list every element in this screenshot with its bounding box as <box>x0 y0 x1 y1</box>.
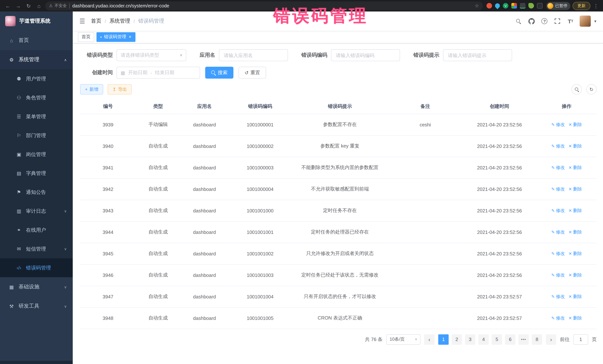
delete-button[interactable]: ✕删除 <box>568 315 582 321</box>
user-icon: ⚉ <box>16 76 22 82</box>
caret-down-icon[interactable]: ▾ <box>594 19 596 23</box>
edit-button[interactable]: ✎修改 <box>551 315 565 321</box>
delete-button[interactable]: ✕删除 <box>568 293 582 300</box>
browser-home-icon[interactable]: ⌂ <box>35 2 43 10</box>
breadcrumb-item-system[interactable]: 系统管理 <box>109 18 130 24</box>
app-logo[interactable]: 芋道管理系统 <box>0 11 73 31</box>
edit-button[interactable]: ✎修改 <box>551 207 565 214</box>
bookmark-star-icon[interactable]: ☆ <box>475 3 479 9</box>
error-code-input[interactable] <box>331 49 400 61</box>
edit-button[interactable]: ✎修改 <box>551 186 565 192</box>
edit-button[interactable]: ✎修改 <box>551 229 565 235</box>
delete-button[interactable]: ✕删除 <box>568 250 582 257</box>
sidebar-item-sms-management[interactable]: ✉短信管理∨ <box>0 240 73 258</box>
delete-button[interactable]: ✕删除 <box>568 186 582 192</box>
extension-icon-green-v[interactable]: V <box>503 3 508 9</box>
edit-button[interactable]: ✎修改 <box>551 143 565 149</box>
sidebar-item-error-code-management[interactable]: ‹/›错误码管理 <box>0 258 73 277</box>
breadcrumb-item-home[interactable]: 首页 <box>91 18 102 24</box>
sidebar-item-infrastructure[interactable]: ▦基础设施∨ <box>0 277 73 297</box>
sidebar-item-post-management[interactable]: ▣岗位管理 <box>0 145 73 164</box>
edit-button[interactable]: ✎修改 <box>551 293 565 300</box>
security-warning[interactable]: ⚠ 不安全 <box>49 3 67 9</box>
extension-icon-green-leaf[interactable] <box>528 3 534 9</box>
page-ellipsis: ••• <box>518 334 529 344</box>
address-bar[interactable]: ⚠ 不安全 dashboard.yudao.iocoder.cn/system/… <box>45 1 483 10</box>
toggle-search-button[interactable] <box>571 84 582 95</box>
page-button-4[interactable]: 4 <box>478 334 489 344</box>
extensions-puzzle-icon[interactable] <box>537 3 543 9</box>
error-hint-input[interactable] <box>443 49 512 61</box>
extension-icon-red[interactable] <box>487 3 492 9</box>
delete-button[interactable]: ✕删除 <box>568 121 582 128</box>
page-size-select[interactable]: 10条/页 ▾ <box>386 334 420 344</box>
cell-remark <box>388 135 462 157</box>
sidebar-item-user-management[interactable]: ⚉用户管理 <box>0 69 73 88</box>
browser-menu-icon[interactable]: ⋮ <box>593 3 599 9</box>
font-size-icon[interactable]: T <box>567 17 574 25</box>
sidebar-item-system-management[interactable]: ⚙系统管理∧ <box>0 50 73 69</box>
edit-button[interactable]: ✎修改 <box>551 121 565 128</box>
cell-app: dashboard <box>180 286 229 307</box>
extension-icon-dark[interactable] <box>520 3 525 9</box>
create-time-range-picker[interactable]: ▦ 开始日期 - 结束日期 <box>116 67 200 78</box>
error-hint-label: 错误码提示 <box>413 52 439 59</box>
edit-button[interactable]: ✎修改 <box>551 164 565 171</box>
browser-reload-icon[interactable]: ↻ <box>24 2 33 10</box>
delete-button[interactable]: ✕删除 <box>568 207 582 214</box>
delete-button[interactable]: ✕删除 <box>568 143 582 149</box>
page-button-8[interactable]: 8 <box>532 334 542 344</box>
browser-forward-icon[interactable]: → <box>14 2 22 10</box>
delete-label: 删除 <box>573 121 582 128</box>
help-icon[interactable]: ? <box>541 17 548 25</box>
page-button-5[interactable]: 5 <box>492 334 502 344</box>
delete-label: 删除 <box>573 250 582 257</box>
next-page-button[interactable]: › <box>546 334 556 344</box>
refresh-button[interactable]: ↻ <box>586 84 597 95</box>
close-icon[interactable]: ✕ <box>128 35 132 39</box>
page-button-6[interactable]: 6 <box>505 334 515 344</box>
extension-icon-blue-drop[interactable] <box>494 2 501 9</box>
sidebar-item-menu-management[interactable]: ☰菜单管理 <box>0 107 73 126</box>
tab-home[interactable]: 首页 <box>78 32 94 42</box>
sidebar-item-online-user[interactable]: ⚭在线用户 <box>0 221 73 240</box>
page-button-2[interactable]: 2 <box>452 334 462 344</box>
sidebar-item-dept-management[interactable]: ⚐部门管理 <box>0 126 73 145</box>
github-icon[interactable] <box>528 17 535 25</box>
sidebar-item-label: 在线用户 <box>26 227 69 233</box>
delete-button[interactable]: ✕删除 <box>568 164 582 171</box>
add-button[interactable]: + 新增 <box>80 84 103 95</box>
tools-icon: ⚒ <box>8 303 15 309</box>
sidebar-item-notice[interactable]: ⚑通知公告 <box>0 183 73 202</box>
export-button[interactable]: ↥ 导出 <box>108 84 132 95</box>
search-icon[interactable] <box>515 17 522 25</box>
avatar[interactable] <box>580 16 591 27</box>
collapse-menu-button[interactable]: ☰ <box>79 17 85 25</box>
page-button-1[interactable]: 1 <box>438 334 449 344</box>
extension-icon-grid[interactable] <box>511 3 517 9</box>
delete-button[interactable]: ✕删除 <box>568 272 582 278</box>
reset-button[interactable]: ↺ 重置 <box>239 67 266 78</box>
prev-page-button[interactable]: ‹ <box>424 334 435 344</box>
sidebar-item-home[interactable]: ⌂首页 <box>0 31 73 50</box>
fullscreen-icon[interactable] <box>554 17 561 25</box>
app-name-input[interactable] <box>219 49 288 61</box>
sidebar-item-dict-management[interactable]: ▤字典管理 <box>0 164 73 183</box>
column-header: 类型 <box>136 99 180 114</box>
tab-error-code[interactable]: ● 错误码管理 ✕ <box>96 32 135 42</box>
edit-button[interactable]: ✎修改 <box>551 272 565 278</box>
browser-profile-chip[interactable]: 已暂停 <box>546 2 570 10</box>
goto-page-input[interactable] <box>573 334 588 344</box>
page-button-3[interactable]: 3 <box>465 334 475 344</box>
delete-icon: ✕ <box>568 187 572 191</box>
sidebar-item-audit-log[interactable]: ▥审计日志∨ <box>0 202 73 221</box>
search-button[interactable]: 搜索 <box>205 67 233 78</box>
sidebar-item-role-management[interactable]: ⚇角色管理 <box>0 88 73 107</box>
sidebar-item-dev-tools[interactable]: ⚒研发工具∨ <box>0 297 73 316</box>
browser-back-icon[interactable]: ← <box>4 2 12 10</box>
edit-button[interactable]: ✎修改 <box>551 250 565 257</box>
browser-update-button[interactable]: 更新 <box>573 2 590 10</box>
delete-button[interactable]: ✕删除 <box>568 229 582 235</box>
sidebar-collapse-bar[interactable] <box>0 361 73 364</box>
error-type-select[interactable]: 请选择错误码类型 ▾ <box>116 49 186 61</box>
